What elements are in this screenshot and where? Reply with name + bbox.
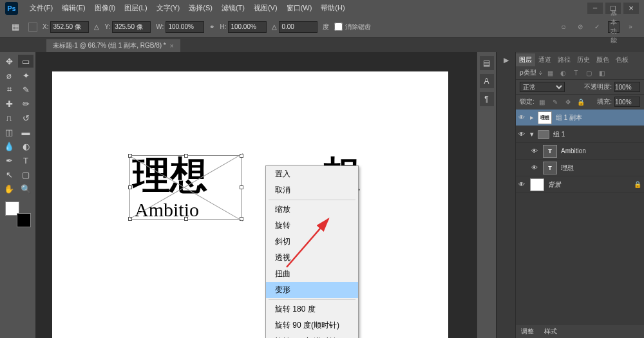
reference-point-grid[interactable] — [28, 23, 37, 32]
ctx-place[interactable]: 置入 — [266, 166, 358, 182]
background-swatch[interactable] — [17, 213, 31, 227]
history-panel-icon[interactable]: ▤ — [480, 56, 494, 70]
para-panel-icon[interactable]: ¶ — [480, 92, 494, 106]
filter-adj-icon[interactable]: ◐ — [558, 68, 568, 77]
h-input[interactable] — [228, 21, 267, 33]
opacity-input[interactable] — [614, 82, 640, 92]
filter-smart-icon[interactable]: ◧ — [596, 68, 607, 77]
fill-input[interactable] — [614, 97, 640, 107]
lock-pixel-icon[interactable]: ✎ — [550, 97, 560, 106]
layer-list[interactable]: 👁 ▸ 理想 组 1 副本 👁 ▾ 组 1 👁 T Ambition 👁 T 理… — [516, 109, 644, 325]
char-panel-icon[interactable]: A — [480, 74, 494, 88]
menu-layer[interactable]: 图层(L) — [120, 1, 151, 15]
menu-filter[interactable]: 滤镜(T) — [218, 1, 249, 15]
tab-styles[interactable]: 样式 — [539, 325, 562, 338]
menu-file[interactable]: 文件(F) — [26, 1, 57, 15]
workspace-button[interactable]: 基本功能 — [608, 21, 620, 33]
ctx-rotate90ccw[interactable]: 旋转 90 度(逆时针) — [266, 333, 358, 338]
layer-name[interactable]: 理想 — [561, 164, 574, 173]
kind-filter[interactable]: ρ类型 — [520, 68, 536, 77]
filter-pixel-icon[interactable]: ▦ — [545, 68, 555, 77]
ctx-warp[interactable]: 变形 — [266, 282, 358, 298]
color-swatch[interactable] — [5, 202, 31, 227]
chevron-right-icon[interactable]: ▸ — [530, 113, 534, 122]
workspace-menu-icon[interactable]: » — [625, 21, 636, 33]
heal-tool-icon[interactable]: ✚ — [1, 97, 17, 110]
document-tab[interactable]: 未标题-1 @ 66.7% (组 1 副本, RGB/8) * × — [46, 39, 180, 52]
menu-image[interactable]: 图像(I) — [91, 1, 119, 15]
tab-paths[interactable]: 路径 — [554, 53, 574, 66]
shape-tool-icon[interactable]: ▢ — [18, 168, 33, 181]
close-tab-icon[interactable]: × — [170, 42, 174, 50]
lasso-tool-icon[interactable]: ⌀ — [1, 69, 17, 82]
hand-tool-icon[interactable]: ✋ — [1, 182, 17, 195]
close-button[interactable]: × — [623, 3, 639, 14]
ctx-cancel[interactable]: 取消 — [266, 182, 358, 198]
menu-select[interactable]: 选择(S) — [185, 1, 216, 15]
lock-pos-icon[interactable]: ✥ — [563, 97, 573, 106]
blend-mode-select[interactable]: 正常 — [520, 82, 565, 92]
layer-group1[interactable]: 👁 ▾ 组 1 — [516, 126, 644, 143]
tab-history[interactable]: 历史 — [574, 53, 593, 66]
antialias-check[interactable]: 消除锯齿 — [334, 23, 371, 32]
link-wh-icon[interactable]: ⚭ — [209, 23, 214, 30]
gradient-tool-icon[interactable]: ▬ — [18, 126, 33, 138]
layer-ambition[interactable]: 👁 T Ambition — [516, 143, 644, 160]
ctx-rotate90cw[interactable]: 旋转 90 度(顺时针) — [266, 317, 358, 333]
tab-layers[interactable]: 图层 — [516, 53, 535, 66]
filter-shape-icon[interactable]: ▢ — [583, 68, 594, 77]
tab-channels[interactable]: 通道 — [535, 53, 554, 66]
anchor-grid[interactable] — [28, 23, 37, 32]
tab-swatch[interactable]: 色板 — [612, 53, 632, 66]
eyedropper-tool-icon[interactable]: ✎ — [18, 83, 33, 96]
tab-adjustments[interactable]: 调整 — [516, 325, 539, 338]
lock-trans-icon[interactable]: ▦ — [537, 97, 547, 106]
chevron-down-icon[interactable]: ▾ — [530, 130, 534, 138]
lock-all-icon[interactable]: 🔒 — [576, 97, 586, 106]
layer-group-copy[interactable]: 👁 ▸ 理想 组 1 副本 — [516, 109, 644, 126]
tab-color[interactable]: 颜色 — [593, 53, 612, 66]
canvas-area[interactable]: 理想 想 Ambitio tion 置入 取消 缩放 旋转 斜切 透视 扭曲 变… — [36, 52, 477, 338]
filter-type-icon[interactable]: T — [571, 68, 581, 77]
wand-tool-icon[interactable]: ✦ — [18, 69, 33, 82]
move-tool-icon[interactable]: ✥ — [1, 55, 17, 68]
layer-background[interactable]: 👁 背景 🔒 — [516, 176, 644, 193]
antialias-checkbox[interactable] — [334, 23, 343, 31]
x-input[interactable] — [50, 21, 89, 33]
menu-window[interactable]: 窗口(W) — [283, 1, 316, 15]
visibility-icon[interactable]: 👁 — [518, 181, 526, 188]
menu-view[interactable]: 视图(V) — [250, 1, 281, 15]
layer-name[interactable]: Ambition — [561, 147, 586, 155]
canvas[interactable]: 理想 想 Ambitio tion — [52, 71, 448, 338]
crop-tool-icon[interactable]: ⌗ — [1, 83, 17, 96]
visibility-icon[interactable]: 👁 — [518, 114, 526, 121]
blur-tool-icon[interactable]: 💧 — [1, 140, 17, 153]
dodge-tool-icon[interactable]: ◐ — [18, 140, 33, 153]
layer-name[interactable]: 组 1 — [553, 130, 565, 139]
cancel-icon[interactable]: ⊘ — [574, 21, 586, 33]
visibility-icon[interactable]: 👁 — [531, 164, 539, 171]
history-brush-icon[interactable]: ↺ — [18, 111, 33, 124]
eraser-tool-icon[interactable]: ◫ — [1, 126, 17, 138]
w-input[interactable] — [166, 21, 204, 33]
brush-tool-icon[interactable]: ✏ — [18, 97, 33, 110]
path-tool-icon[interactable]: ↖ — [1, 168, 17, 181]
menu-edit[interactable]: 编辑(E) — [58, 1, 90, 15]
layer-name[interactable]: 组 1 副本 — [556, 113, 582, 122]
y-input[interactable] — [112, 21, 151, 33]
layer-name[interactable]: 背景 — [548, 180, 561, 189]
pen-tool-icon[interactable]: ✒ — [1, 154, 17, 167]
play-icon[interactable]: ▶ — [504, 56, 509, 64]
menu-help[interactable]: 帮助(H) — [317, 1, 348, 15]
zoom-tool-icon[interactable]: 🔍 — [18, 182, 33, 195]
type-tool-icon[interactable]: T — [18, 154, 33, 167]
angle-input[interactable] — [279, 21, 317, 33]
visibility-icon[interactable]: 👁 — [531, 147, 539, 155]
transform-bounds[interactable] — [129, 155, 242, 220]
share-icon[interactable]: ☺ — [558, 21, 569, 33]
ctx-rotate180[interactable]: 旋转 180 度 — [266, 301, 358, 317]
marquee-tool-icon[interactable]: ▭ — [18, 55, 33, 68]
minimize-button[interactable]: − — [587, 3, 603, 14]
commit-icon[interactable]: ✓ — [591, 21, 603, 33]
link-xy-icon[interactable]: △ — [94, 23, 99, 30]
